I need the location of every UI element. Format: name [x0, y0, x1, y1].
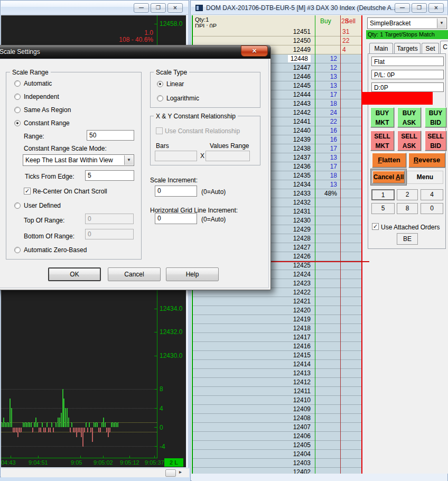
dom-row-12419[interactable]: 12419: [193, 315, 361, 324]
scale-mode-dropdown[interactable]: Keep The Last Bar Within View ▼: [23, 154, 134, 166]
auto-zero-radio[interactable]: [14, 247, 21, 253]
buy-quantity-cell[interactable]: 18: [315, 99, 340, 108]
strategy-dropdown[interactable]: SimpleBracket ▼: [367, 17, 447, 29]
buy-quantity-cell[interactable]: [315, 297, 340, 306]
buy-quantity-cell[interactable]: [315, 369, 340, 377]
buy-quantity-cell[interactable]: [315, 45, 340, 54]
sell-quantity-cell[interactable]: [340, 459, 362, 467]
ticks-from-edge-input[interactable]: 5: [85, 170, 134, 181]
sell-quantity-cell[interactable]: [340, 279, 362, 288]
sell-quantity-cell[interactable]: [340, 234, 362, 243]
dom-row-12402[interactable]: 12402: [193, 468, 361, 474]
buy-quantity-cell[interactable]: [315, 225, 340, 234]
buy-mkt-button[interactable]: BUYMKT: [370, 107, 394, 127]
sell-quantity-cell[interactable]: [340, 468, 362, 474]
dom-window-titlebar[interactable]: DOM DAX-201706-DTB-EUR-5 [M] #3 DAX 30 I…: [191, 1, 447, 15]
sell-quantity-cell[interactable]: [340, 288, 362, 297]
close-icon[interactable]: ×: [167, 3, 183, 13]
chevron-down-icon[interactable]: ▼: [437, 18, 446, 28]
minimize-icon[interactable]: —: [134, 3, 149, 13]
buy-quantity-cell[interactable]: [315, 270, 340, 279]
dom-row-12413[interactable]: 12413: [193, 369, 361, 378]
price-cell[interactable]: 12419: [193, 315, 315, 323]
close-icon[interactable]: ×: [241, 45, 268, 57]
sell-quantity-cell[interactable]: [340, 135, 362, 144]
dom-row-12408[interactable]: 12408: [193, 414, 361, 423]
buy-quantity-cell[interactable]: 17: [315, 162, 340, 171]
price-cell[interactable]: 12409: [193, 405, 315, 413]
sell-quantity-cell[interactable]: [340, 369, 362, 377]
time-scale-axis[interactable]: [1, 458, 157, 458]
price-cell[interactable]: 12416: [193, 342, 315, 350]
price-cell[interactable]: 12414: [193, 360, 315, 368]
same-as-region-label[interactable]: Same As Region: [24, 106, 71, 114]
maximize-icon[interactable]: ❐: [151, 3, 166, 13]
buy-quantity-cell[interactable]: [315, 342, 340, 350]
dom-row-12403[interactable]: 12403: [193, 459, 361, 468]
automatic-label[interactable]: Automatic: [24, 80, 52, 87]
buy-quantity-cell[interactable]: 17: [315, 90, 340, 99]
same-as-region-radio[interactable]: [14, 107, 21, 113]
buy-quantity-cell[interactable]: [315, 216, 340, 225]
buy-quantity-cell[interactable]: [315, 360, 340, 368]
price-cell[interactable]: 12411: [193, 387, 315, 395]
buy-quantity-cell[interactable]: 13: [315, 153, 340, 162]
buy-quantity-cell[interactable]: [315, 36, 340, 45]
sell-quantity-cell[interactable]: [340, 396, 362, 404]
use-constant-relationship-checkbox[interactable]: [156, 127, 163, 134]
buy-ask-button[interactable]: BUYASK: [397, 107, 421, 127]
sell-quantity-cell[interactable]: [340, 252, 362, 261]
buy-quantity-cell[interactable]: [315, 459, 340, 467]
dom-row-12451[interactable]: 1245131: [193, 27, 361, 36]
sell-quantity-cell[interactable]: [340, 243, 362, 252]
buy-quantity-cell[interactable]: [315, 333, 340, 341]
dom-row-12404[interactable]: 12404: [193, 450, 361, 459]
auto-zero-label[interactable]: Automatic Zero-Based: [24, 246, 87, 254]
constant-range-radio[interactable]: [14, 120, 21, 126]
dom-row-12418[interactable]: 12418: [193, 324, 361, 333]
tab-targets[interactable]: Targets: [394, 43, 421, 54]
dialog-titlebar[interactable]: Scale Settings: [0, 45, 270, 59]
dom-row-12411[interactable]: 12411: [193, 387, 361, 396]
scrollbar-thumb[interactable]: [165, 469, 176, 477]
quantity-button-1[interactable]: 1: [371, 189, 395, 200]
buy-quantity-cell[interactable]: 22: [315, 117, 340, 126]
sell-quantity-cell[interactable]: [340, 270, 362, 279]
tab-main[interactable]: Main: [369, 43, 393, 54]
sell-quantity-cell[interactable]: [340, 315, 362, 323]
user-defined-radio[interactable]: [14, 202, 21, 209]
buy-quantity-cell[interactable]: [315, 387, 340, 395]
dom-row-12410[interactable]: 12410: [193, 396, 361, 405]
reverse-button[interactable]: Reverse: [408, 153, 445, 168]
dom-row-12412[interactable]: 12412: [193, 378, 361, 387]
sell-quantity-cell[interactable]: [340, 261, 362, 270]
recenter-checkbox[interactable]: ✓: [24, 188, 31, 195]
price-cell[interactable]: 12408: [193, 414, 315, 422]
price-cell[interactable]: 12405: [193, 441, 315, 449]
independent-radio[interactable]: [14, 94, 21, 100]
cancel-all-button[interactable]: Cancel All: [372, 171, 405, 183]
scrollbar-arrow-icon[interactable]: ▸: [179, 469, 182, 475]
values-range-input[interactable]: [206, 151, 250, 161]
quantity-button-2[interactable]: 2: [397, 189, 418, 200]
ok-button[interactable]: OK: [48, 267, 101, 281]
buy-quantity-cell[interactable]: [315, 432, 340, 440]
chevron-down-icon[interactable]: ▼: [124, 155, 133, 165]
close-icon[interactable]: ×: [428, 3, 444, 13]
quantity-button-5[interactable]: 5: [371, 203, 395, 214]
buy-quantity-cell[interactable]: [315, 396, 340, 404]
buy-quantity-cell[interactable]: [315, 279, 340, 288]
menu-button[interactable]: Menu: [407, 171, 443, 184]
user-defined-label[interactable]: User Defined: [24, 202, 61, 209]
sell-quantity-cell[interactable]: 22: [340, 36, 362, 45]
quantity-button-0[interactable]: 0: [421, 203, 443, 214]
buy-quantity-cell[interactable]: [315, 450, 340, 458]
logarithmic-radio[interactable]: [157, 95, 163, 101]
price-cell[interactable]: 12451: [193, 27, 315, 36]
buy-quantity-cell[interactable]: [315, 198, 340, 207]
dom-row-12450[interactable]: 1245022: [193, 36, 361, 45]
bottom-of-range-input[interactable]: 0: [85, 229, 134, 239]
buy-quantity-cell[interactable]: 16: [315, 135, 340, 144]
chart-horizontal-scrollbar[interactable]: ▸: [1, 468, 189, 477]
dom-row-12417[interactable]: 12417: [193, 333, 361, 342]
